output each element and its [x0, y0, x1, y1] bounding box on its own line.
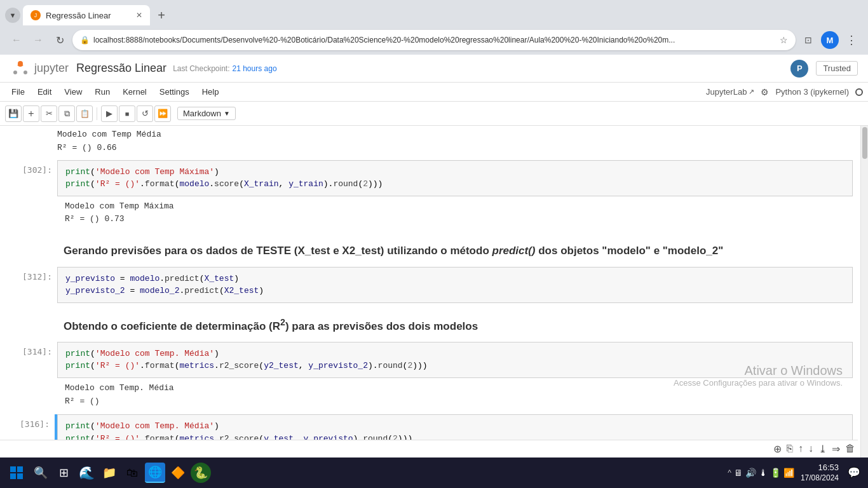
menu-button[interactable]: ⋮ — [843, 31, 860, 49]
cell-type-label: Markdown — [183, 109, 221, 118]
cell-314-input[interactable]: print('Modelo com Temp. Média') print('R… — [57, 342, 853, 378]
jupyterlab-label: JupyterLab — [706, 87, 747, 97]
code-314-2: print('R² = ()'.format(metrics.r2_score(… — [65, 360, 844, 372]
star-icon[interactable]: ☆ — [780, 35, 788, 45]
taskbar-date: 17/08/2024 — [801, 473, 839, 484]
taskbar-battery-icon[interactable]: 🔋 — [770, 468, 781, 478]
cell-action-icon-5[interactable]: ⤓ — [818, 443, 827, 455]
taskbar-icon-chrome[interactable]: 🌐 — [145, 463, 165, 483]
notebook-title[interactable]: Regressão Linear — [76, 62, 166, 75]
notebook-wrapper: Modelo com Temp Média R² = () 0.66 [302]… — [0, 126, 868, 458]
cut-button[interactable]: ✂ — [41, 105, 57, 122]
scroll-thumb[interactable] — [862, 127, 867, 159]
svg-rect-5 — [10, 473, 16, 479]
taskbar-icon-explorer[interactable]: 📁 — [99, 463, 119, 483]
taskbar-chevron-icon[interactable]: ^ — [728, 468, 731, 477]
scroll-track[interactable] — [860, 126, 868, 458]
output-314-1: Modelo com Temp. Média — [65, 382, 845, 395]
menu-item-run[interactable]: Run — [88, 85, 116, 98]
notification-icon[interactable]: 💬 — [845, 464, 863, 482]
cell-action-icon-1[interactable]: ⊕ — [773, 443, 782, 455]
checkpoint-time: 21 hours ago — [233, 64, 277, 73]
tab-close-icon[interactable]: ✕ — [136, 11, 142, 20]
cell-314-number: [314]: — [0, 342, 57, 412]
menu-item-help[interactable]: Help — [196, 85, 226, 98]
address-bar-row: ← → ↻ 🔒 localhost:8888/notebooks/Documen… — [0, 25, 868, 55]
menu-item-edit[interactable]: Edit — [31, 85, 58, 98]
add-cell-button[interactable]: + — [23, 105, 39, 122]
python-icon: P — [790, 60, 808, 78]
taskbar-icon-taskview[interactable]: ⊞ — [53, 463, 74, 483]
notebook-area[interactable]: Modelo com Temp Média R² = () 0.66 [302]… — [0, 126, 860, 458]
jupyter-header: jupyter Regressão Linear Last Checkpoint… — [0, 55, 868, 83]
settings-icon[interactable]: ⚙ — [761, 87, 769, 97]
menu-bar: File Edit View Run Kernel Settings Help … — [0, 83, 868, 102]
address-bar[interactable]: 🔒 localhost:8888/notebooks/Documents/Des… — [72, 30, 796, 50]
copy-button[interactable]: ⧉ — [58, 105, 75, 122]
paste-button[interactable]: 📋 — [76, 105, 93, 122]
code-316-1: print('Modelo com Temp. Média') — [65, 420, 844, 433]
restart-run-button[interactable]: ⏩ — [154, 105, 171, 122]
cell-action-icon-6[interactable]: ⇒ — [832, 443, 840, 455]
taskbar-icon-app2[interactable]: 🐍 — [191, 463, 211, 483]
taskbar-icons-right: ^ 🖥 🔊 🌡 🔋 📶 — [728, 468, 794, 478]
cell-action-icon-2[interactable]: ⎘ — [787, 443, 793, 455]
svg-rect-6 — [17, 473, 23, 479]
start-button[interactable] — [5, 461, 28, 484]
chevron-down-icon: ▼ — [224, 110, 230, 117]
taskbar-icon-store[interactable]: 🛍 — [122, 463, 142, 483]
profile-button[interactable]: M — [821, 31, 839, 49]
refresh-button[interactable]: ↻ — [51, 31, 69, 49]
url-text: localhost:8888/notebooks/Documents/Desen… — [93, 36, 776, 44]
taskbar-icon-edge[interactable]: 🌊 — [76, 463, 97, 483]
cast-icon[interactable]: ⊡ — [799, 31, 817, 49]
restart-button[interactable]: ↺ — [137, 105, 153, 122]
svg-rect-4 — [17, 466, 23, 472]
cell-action-icon-3[interactable]: ↑ — [798, 443, 803, 455]
taskbar-time-display[interactable]: 16:53 17/08/2024 — [798, 463, 841, 483]
cell-action-icon-7[interactable]: 🗑 — [845, 443, 855, 455]
menu-item-settings[interactable]: Settings — [153, 85, 196, 98]
taskbar-temp-icon[interactable]: 🌡 — [759, 468, 768, 478]
jupyter-wordmark: jupyter — [34, 62, 69, 75]
forward-button[interactable]: → — [29, 31, 47, 49]
taskbar: 🔍 ⊞ 🌊 📁 🛍 🌐 🔶 🐍 ^ 🖥 🔊 🌡 🔋 📶 16:53 17/08/… — [0, 458, 868, 488]
run-button[interactable]: ▶ — [101, 105, 118, 122]
active-tab[interactable]: J Regressão Linear ✕ — [23, 5, 150, 25]
menu-item-file[interactable]: File — [5, 85, 31, 98]
markdown-heading-1: Gerando previsões para os dados de TESTE… — [0, 233, 860, 264]
tab-title: Regressão Linear — [46, 11, 131, 20]
output-314-2: R² = () — [65, 395, 845, 409]
cell-302-input[interactable]: print('Modelo com Temp Máxima') print('R… — [57, 160, 853, 196]
taskbar-icon-app1[interactable]: 🔶 — [168, 463, 188, 483]
jupyterlab-link[interactable]: JupyterLab ↗ — [706, 87, 754, 97]
cell-312-content[interactable]: y_previsto = modelo.predict(X_test) y_pr… — [57, 267, 853, 303]
cell-top-output: Modelo com Temp Média R² = () 0.66 — [0, 126, 860, 158]
code-314-1: print('Modelo com Temp. Média') — [65, 348, 844, 360]
code-312-1: y_previsto = modelo.predict(X_test) — [65, 273, 844, 285]
toolbar: 💾 + ✂ ⧉ 📋 ▶ ■ ↺ ⏩ Markdown ▼ — [0, 102, 868, 126]
taskbar-icon-search[interactable]: 🔍 — [31, 463, 51, 483]
output-line-1: Modelo com Temp Média — [57, 128, 860, 142]
svg-rect-3 — [10, 466, 16, 472]
cell-302-content[interactable]: print('Modelo com Temp Máxima') print('R… — [57, 160, 853, 231]
menu-item-kernel[interactable]: Kernel — [116, 85, 153, 98]
tab-prev-btn[interactable]: ▼ — [5, 8, 20, 23]
cell-type-select[interactable]: Markdown ▼ — [177, 107, 236, 120]
cell-action-icon-4[interactable]: ↓ — [808, 443, 813, 455]
cell-314-content[interactable]: print('Modelo com Temp. Média') print('R… — [57, 342, 853, 412]
cell-312-number: [312]: — [0, 267, 57, 303]
tab-bar: ▼ J Regressão Linear ✕ + — [0, 0, 868, 25]
menu-item-view[interactable]: View — [58, 85, 88, 98]
cell-312-input[interactable]: y_previsto = modelo.predict(X_test) y_pr… — [57, 267, 853, 303]
tab-favicon: J — [31, 10, 41, 20]
taskbar-wifi-icon[interactable]: 📶 — [783, 468, 794, 478]
save-button[interactable]: 💾 — [5, 105, 22, 122]
new-tab-button[interactable]: + — [153, 6, 170, 24]
taskbar-speaker-icon[interactable]: 🔊 — [745, 468, 756, 478]
taskbar-right: ^ 🖥 🔊 🌡 🔋 📶 16:53 17/08/2024 💬 — [728, 463, 863, 483]
taskbar-network-icon[interactable]: 🖥 — [734, 468, 743, 478]
back-button[interactable]: ← — [8, 31, 25, 49]
stop-button[interactable]: ■ — [119, 105, 135, 122]
cell-314-output: Modelo com Temp. Média R² = () — [57, 378, 853, 412]
